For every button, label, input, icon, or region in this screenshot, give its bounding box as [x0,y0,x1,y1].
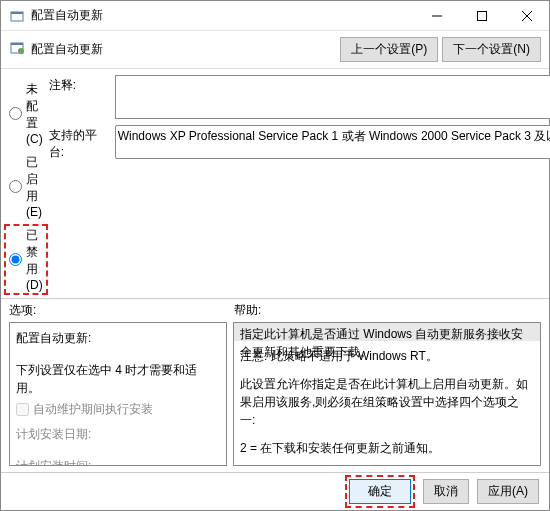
comment-textarea[interactable] [115,75,550,119]
toolbar: 配置自动更新 上一个设置(P) 下一个设置(N) [1,31,549,69]
window-controls [414,1,549,30]
svg-rect-1 [11,12,23,14]
help-pane[interactable]: 指定此计算机是否通过 Windows 自动更新服务接收安全更新和其他重要下载。 … [233,322,541,466]
ok-highlight: 确定 [345,475,415,508]
ok-button[interactable]: 确定 [349,479,411,504]
state-radios: 未配置(C) 已启用(E) 已禁用(D) [9,75,43,292]
radio-enabled[interactable]: 已启用(E) [9,154,43,219]
window-title: 配置自动更新 [31,7,414,24]
minimize-button[interactable] [414,1,459,30]
help-header: 帮助: [234,302,541,319]
options-header: 选项: [9,302,234,319]
platform-option[interactable]: Windows XP Professional Service Pack 1 或… [118,128,550,145]
svg-rect-7 [11,43,23,45]
prev-setting-button[interactable]: 上一个设置(P) [340,37,438,62]
platform-select[interactable]: Windows XP Professional Service Pack 1 或… [115,125,550,159]
close-button[interactable] [504,1,549,30]
policy-icon [9,40,25,59]
radio-not-configured[interactable]: 未配置(C) [9,81,43,146]
apply-button[interactable]: 应用(A) [477,479,539,504]
titlebar: 配置自动更新 [1,1,549,31]
policy-editor-window: 配置自动更新 配置自动更新 上一个设置(P) 下一个设置(N) 未配置(C) [0,0,550,511]
footer: 确定 取消 应用(A) [1,472,549,510]
radio-disabled[interactable]: 已禁用(D) [9,227,43,292]
help-p2: 此设置允许你指定是否在此计算机上启用自动更新。如果启用该服务,则必须在组策略设置… [240,375,534,429]
options-section-title: 配置自动更新: [16,329,220,347]
meta-fields: 注释: 支持的平台: Windows XP Professional Servi… [49,75,550,292]
options-note: 下列设置仅在选中 4 时才需要和适用。 [16,361,220,397]
help-summary: 指定此计算机是否通过 Windows 自动更新服务接收安全更新和其他重要下载。 [234,323,540,341]
radio-disabled-highlight: 已禁用(D) [4,224,48,295]
panes: 配置自动更新: 下列设置仅在选中 4 时才需要和适用。 自动维护期间执行安装 计… [1,322,549,472]
cb-auto-maint: 自动维护期间执行安装 [16,400,220,418]
maximize-button[interactable] [459,1,504,30]
help-p3: 2 = 在下载和安装任何更新之前通知。 [240,439,534,457]
sched-time-label: 计划安装时间: [16,457,220,466]
cb-auto-maint-input [16,403,29,416]
comment-label: 注释: [49,75,109,94]
cb-auto-maint-label: 自动维护期间执行安装 [33,400,153,418]
help-p1: 注意: 此策略不适用于 Windows RT。 [240,347,534,365]
radio-enabled-label: 已启用(E) [26,154,43,219]
svg-point-8 [18,48,24,54]
radio-enabled-input[interactable] [9,180,22,193]
toolbar-title: 配置自动更新 [31,41,103,58]
radio-not-configured-input[interactable] [9,107,22,120]
options-pane[interactable]: 配置自动更新: 下列设置仅在选中 4 时才需要和适用。 自动维护期间执行安装 计… [9,322,227,466]
config-area: 未配置(C) 已启用(E) 已禁用(D) 注释: 支持的平台: Wi [1,69,549,299]
cancel-button[interactable]: 取消 [423,479,469,504]
column-headers: 选项: 帮助: [1,299,549,322]
sched-day-label: 计划安装日期: [16,425,220,443]
radio-disabled-label: 已禁用(D) [26,227,43,292]
platform-label: 支持的平台: [49,125,109,161]
svg-rect-3 [477,11,486,20]
radio-not-configured-label: 未配置(C) [26,81,43,146]
app-icon [9,8,25,24]
next-setting-button[interactable]: 下一个设置(N) [442,37,541,62]
radio-disabled-input[interactable] [9,253,22,266]
